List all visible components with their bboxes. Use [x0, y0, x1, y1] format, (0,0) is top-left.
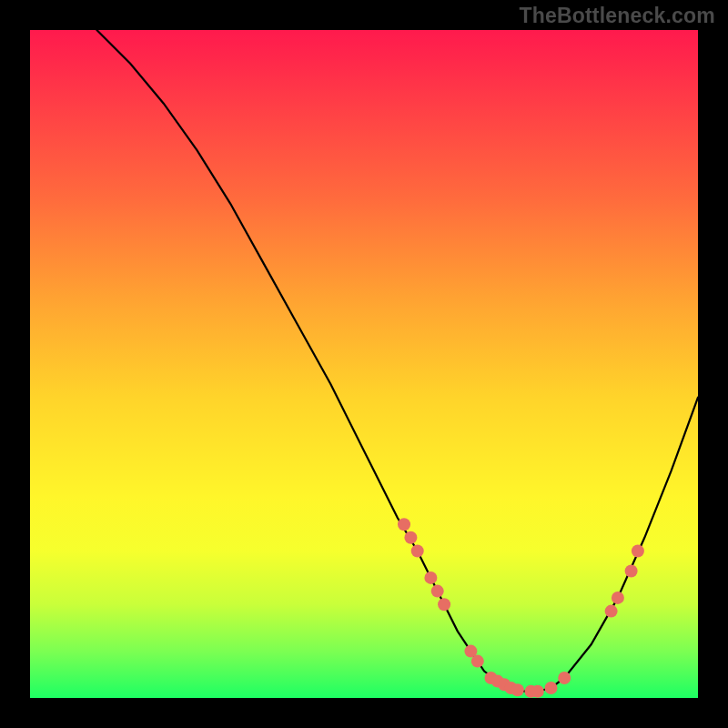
data-marker — [398, 518, 410, 531]
data-marker — [404, 531, 417, 544]
data-marker — [438, 598, 450, 611]
data-marker — [605, 605, 618, 618]
data-marker — [632, 545, 644, 558]
chart-frame: TheBottleneck.com — [0, 0, 728, 728]
bottleneck-curve — [96, 30, 698, 692]
data-marker — [558, 672, 571, 684]
data-marker — [471, 655, 484, 668]
data-marker — [545, 682, 558, 694]
attribution-text: TheBottleneck.com — [519, 4, 715, 28]
data-marker — [625, 565, 638, 578]
plot-area — [30, 30, 698, 698]
marker-group — [398, 518, 644, 698]
data-marker — [511, 683, 524, 696]
data-marker — [411, 545, 424, 558]
data-marker — [531, 685, 544, 698]
curve-svg — [30, 30, 698, 698]
data-marker — [431, 585, 444, 598]
data-marker — [424, 571, 437, 584]
data-marker — [612, 592, 624, 604]
